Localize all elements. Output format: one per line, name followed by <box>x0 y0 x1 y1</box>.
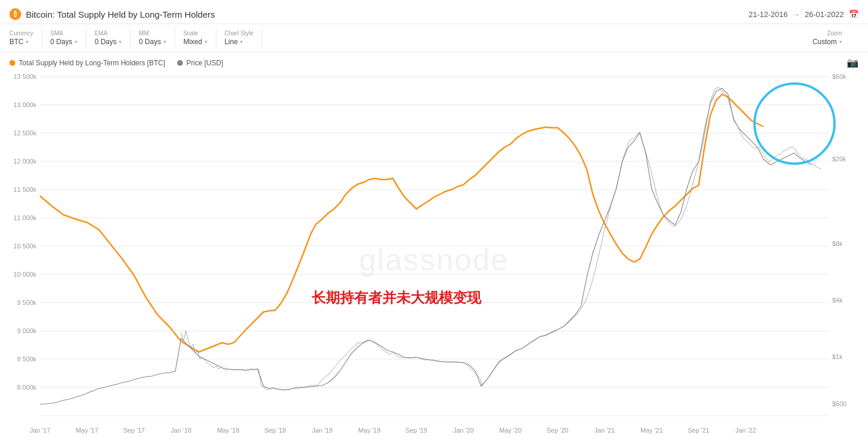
zoom-selector[interactable]: Zoom Custom ▾ <box>813 28 850 48</box>
sma-value: 0 Days ▾ <box>51 38 78 46</box>
price-line-noise <box>181 87 821 390</box>
svg-text:12 000k: 12 000k <box>14 158 37 165</box>
svg-text:Jan '17: Jan '17 <box>29 427 50 434</box>
zoom-label: Zoom <box>827 30 842 36</box>
currency-selector[interactable]: Currency BTC ▾ <box>9 28 42 48</box>
svg-text:13 000k: 13 000k <box>14 101 37 108</box>
legend-dot-gray <box>177 60 183 66</box>
scale-chevron: ▾ <box>205 39 208 45</box>
currency-chevron: ▾ <box>26 39 29 45</box>
svg-text:11 000k: 11 000k <box>14 214 37 221</box>
date-start: 21-12-2016 <box>749 10 788 19</box>
chart-style-chevron: ▾ <box>240 39 243 45</box>
svg-text:10 000k: 10 000k <box>14 271 37 278</box>
svg-text:Sep '21: Sep '21 <box>688 427 710 434</box>
legend-orange: Total Supply Held by Long-Term Holders [… <box>9 59 165 67</box>
chart-area: glassnode 长期持有者并未大规模变现 .grid-line { stro… <box>0 71 868 445</box>
svg-text:Sep '19: Sep '19 <box>406 427 428 434</box>
chart-style-selector[interactable]: Chart Style Line ▾ <box>225 28 262 48</box>
svg-text:8 000k: 8 000k <box>17 384 37 391</box>
calendar-icon[interactable]: 📅 <box>849 9 859 19</box>
title-area: ₿ Bitcoin: Total Supply Held by Long-Ter… <box>9 8 215 20</box>
svg-text:$8k: $8k <box>832 240 843 247</box>
svg-text:May '17: May '17 <box>76 427 98 434</box>
legend-gray: Price [USD] <box>177 59 223 67</box>
sma-chevron: ▾ <box>75 39 78 45</box>
svg-text:Jan '19: Jan '19 <box>312 427 332 434</box>
toolbar: Currency BTC ▾ SMA 0 Days ▾ EMA 0 Days ▾… <box>0 24 868 52</box>
page-title: Bitcoin: Total Supply Held by Long-Term … <box>26 9 215 19</box>
svg-text:Sep '20: Sep '20 <box>547 427 569 434</box>
chart-style-value: Line ▾ <box>225 38 253 46</box>
chart-annotation: 长期持有者并未大规模变现 <box>312 288 481 307</box>
svg-text:May '21: May '21 <box>640 427 663 434</box>
svg-text:Jan '18: Jan '18 <box>171 427 191 434</box>
chart-style-label: Chart Style <box>225 30 253 36</box>
legend-orange-label: Total Supply Held by Long-Term Holders [… <box>19 59 165 67</box>
currency-label: Currency <box>9 30 34 36</box>
svg-text:Sep '18: Sep '18 <box>265 427 286 434</box>
zoom-chevron: ▾ <box>839 39 842 45</box>
svg-text:10 500k: 10 500k <box>14 243 37 250</box>
page-container: ₿ Bitcoin: Total Supply Held by Long-Ter… <box>0 0 868 445</box>
svg-text:12 500k: 12 500k <box>14 129 37 137</box>
date-end: 26-01-2022 <box>805 10 844 19</box>
svg-text:$1k: $1k <box>832 353 843 360</box>
svg-text:$4k: $4k <box>832 297 843 304</box>
mm-chevron: ▾ <box>163 39 166 45</box>
sma-selector[interactable]: SMA 0 Days ▾ <box>51 28 86 48</box>
btc-icon: ₿ <box>9 8 21 20</box>
ema-value: 0 Days ▾ <box>95 38 122 46</box>
ema-label: EMA <box>95 30 122 36</box>
svg-text:May '20: May '20 <box>499 427 522 434</box>
scale-value: Mixed ▾ <box>183 38 208 46</box>
svg-text:Jan '21: Jan '21 <box>594 427 615 434</box>
ema-chevron: ▾ <box>119 39 122 45</box>
legend-gray-label: Price [USD] <box>186 59 223 67</box>
mm-label: MM <box>139 30 166 36</box>
mm-selector[interactable]: MM 0 Days ▾ <box>139 28 175 48</box>
currency-value: BTC ▾ <box>9 38 34 46</box>
sma-label: SMA <box>51 30 78 36</box>
svg-text:Sep '17: Sep '17 <box>123 427 145 434</box>
zoom-value: Custom ▾ <box>813 38 842 46</box>
scale-selector[interactable]: Scale Mixed ▾ <box>183 28 216 48</box>
date-arrow: → <box>793 10 800 19</box>
svg-text:9 500k: 9 500k <box>17 299 37 306</box>
header: ₿ Bitcoin: Total Supply Held by Long-Ter… <box>0 0 868 24</box>
chart-legend: Total Supply Held by Long-Term Holders [… <box>0 52 868 71</box>
svg-text:May '18: May '18 <box>217 427 239 434</box>
svg-text:9 000k: 9 000k <box>17 327 37 334</box>
ema-selector[interactable]: EMA 0 Days ▾ <box>95 28 131 48</box>
svg-text:May '19: May '19 <box>358 427 380 434</box>
legend-dot-orange <box>9 60 15 66</box>
chart-svg: .grid-line { stroke: #e8e8e8; stroke-wid… <box>0 71 868 441</box>
mm-value: 0 Days ▾ <box>139 38 166 46</box>
svg-text:11 500k: 11 500k <box>14 186 37 193</box>
svg-text:13 500k: 13 500k <box>14 73 37 80</box>
camera-icon[interactable]: 📷 <box>847 57 859 68</box>
svg-text:$600: $600 <box>832 400 846 407</box>
svg-text:8 500k: 8 500k <box>17 356 37 363</box>
date-range[interactable]: 21-12-2016 → 26-01-2022 📅 <box>749 9 859 19</box>
svg-text:$60k: $60k <box>832 73 846 80</box>
svg-text:$20k: $20k <box>832 155 846 162</box>
svg-text:Jan '20: Jan '20 <box>453 427 473 434</box>
scale-label: Scale <box>183 30 208 36</box>
svg-text:Jan '22: Jan '22 <box>735 427 756 434</box>
